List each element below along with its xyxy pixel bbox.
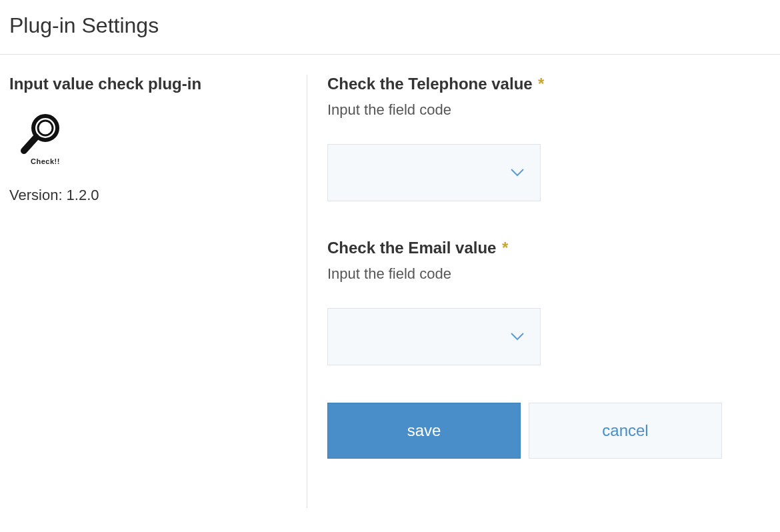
field-group-telephone: Check the Telephone value * Input the fi… <box>327 75 761 201</box>
required-indicator: * <box>502 239 508 257</box>
version-label: Version: 1.2.0 <box>9 187 293 204</box>
cancel-button[interactable]: cancel <box>529 403 722 459</box>
field-group-email: Check the Email value * Input the field … <box>327 239 761 365</box>
right-panel: Check the Telephone value * Input the fi… <box>307 75 761 508</box>
required-indicator: * <box>538 75 544 93</box>
left-panel: Input value check plug-in Check!! Versio… <box>0 75 307 508</box>
save-button[interactable]: save <box>327 403 521 459</box>
chevron-down-icon <box>511 169 524 177</box>
telephone-select[interactable] <box>327 144 541 201</box>
telephone-label: Check the Telephone value <box>327 75 533 93</box>
telephone-hint: Input the field code <box>327 101 761 119</box>
plugin-icon-text: Check!! <box>31 157 60 165</box>
content-area: Input value check plug-in Check!! Versio… <box>0 55 780 508</box>
email-hint: Input the field code <box>327 265 761 283</box>
email-label: Check the Email value <box>327 239 496 257</box>
svg-line-2 <box>24 137 36 151</box>
chevron-down-icon <box>511 333 524 341</box>
email-select[interactable] <box>327 308 541 365</box>
page-title: Plug-in Settings <box>0 0 780 54</box>
svg-point-1 <box>38 121 53 135</box>
field-label-row: Check the Telephone value * <box>327 75 761 93</box>
plugin-name: Input value check plug-in <box>9 75 293 93</box>
button-row: save cancel <box>327 403 761 459</box>
field-label-row: Check the Email value * <box>327 239 761 257</box>
plugin-icon: Check!! <box>16 112 293 175</box>
